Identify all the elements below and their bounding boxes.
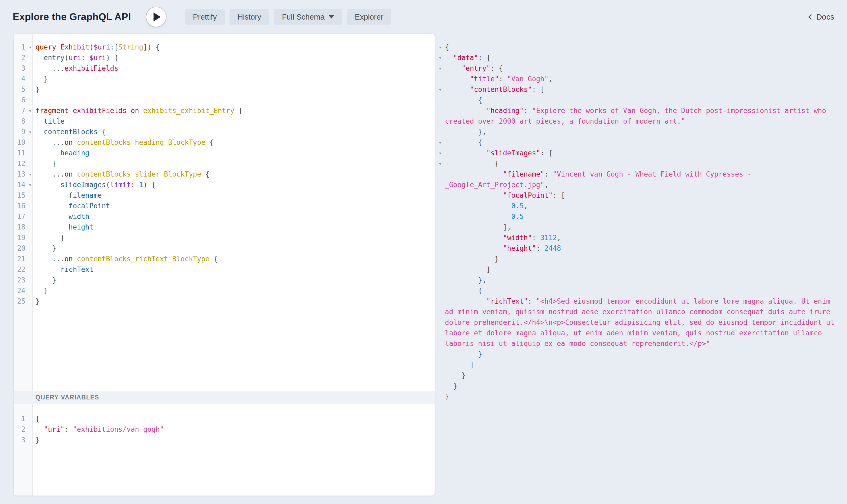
code-line[interactable]: 5}: [14, 84, 435, 95]
query-variables-title: QUERY VARIABLES: [35, 394, 99, 401]
query-variables-header[interactable]: QUERY VARIABLES: [14, 391, 435, 404]
line-number: 5: [14, 84, 28, 95]
code-line[interactable]: 25}: [14, 296, 435, 307]
code-line[interactable]: 3 ...exhibitFields: [14, 63, 435, 74]
code-tokens: {: [445, 42, 449, 52]
code-line[interactable]: 23 }: [14, 275, 435, 285]
fold-gutter: [435, 232, 445, 243]
fold-gutter: [435, 285, 445, 296]
fold-arrow-icon[interactable]: ▾: [28, 42, 33, 52]
fold-gutter: [435, 254, 445, 264]
fold-arrow-icon[interactable]: ▾: [28, 169, 33, 179]
code-line[interactable]: 9▾ contentBlocks {: [14, 127, 435, 137]
code-line[interactable]: 1▾query Exhibit($uri:[String]) {: [14, 42, 435, 52]
fold-gutter: [28, 148, 33, 158]
code-tokens: 0.5: [445, 211, 524, 222]
code-tokens: 0.5,: [445, 201, 528, 211]
result-pane: ▾{▾ "data": {▾ "entry": { "title": "Van …: [435, 42, 837, 402]
fold-gutter: [28, 190, 33, 201]
code-line[interactable]: 20 }: [14, 243, 435, 254]
docs-link[interactable]: Docs: [807, 13, 834, 21]
code-line[interactable]: 2 "uri": "exhibitions/van-gogh": [14, 424, 435, 435]
code-tokens: ]: [445, 264, 490, 275]
fold-arrow-icon[interactable]: ▾: [28, 127, 33, 137]
code-tokens: [33, 95, 35, 105]
code-tokens: {: [33, 413, 40, 424]
code-line[interactable]: 21 ...on contentBlocks_richText_BlockTyp…: [14, 254, 435, 264]
fold-gutter: [28, 52, 33, 63]
code-line[interactable]: 8 title: [14, 116, 435, 127]
code-line[interactable]: 15 filename: [14, 190, 435, 201]
code-tokens: "contentBlocks": [: [445, 84, 544, 95]
prettify-button[interactable]: Prettify: [185, 9, 225, 25]
code-line[interactable]: 11 heading: [14, 148, 435, 158]
fold-arrow-icon[interactable]: ▾: [28, 179, 33, 190]
code-line[interactable]: 10 ...on contentBlocks_heading_BlockType…: [14, 137, 435, 148]
fold-arrow-icon[interactable]: ▾: [435, 52, 445, 63]
code-line: dolore prehenderit.</h4>\n<p>Consectetur…: [435, 317, 837, 328]
code-line: }: [435, 391, 837, 402]
fold-arrow-icon[interactable]: ▾: [435, 148, 445, 158]
line-number: 3: [14, 435, 28, 445]
code-tokens: slideImages(limit: 1) {: [33, 179, 156, 190]
code-tokens: laboris nisi ut aliquip ex ea modo conse…: [445, 338, 710, 349]
fold-arrow-icon[interactable]: ▾: [435, 84, 445, 95]
code-line: }: [435, 254, 837, 264]
topbar: Explore the GraphQL API Prettify History…: [0, 0, 847, 34]
code-line[interactable]: 1{: [14, 413, 435, 424]
code-line[interactable]: 22 richText: [14, 264, 435, 275]
code-line: ▾ {: [435, 137, 837, 148]
code-line[interactable]: 24 }: [14, 285, 435, 296]
line-number: 20: [14, 243, 28, 254]
fold-arrow-icon[interactable]: ▾: [435, 158, 445, 169]
code-tokens: {: [445, 158, 499, 169]
code-tokens: _Google_Art_Project.jpg",: [445, 179, 548, 190]
explorer-button[interactable]: Explorer: [347, 9, 391, 25]
code-line[interactable]: 12 }: [14, 158, 435, 169]
line-number: 13: [14, 169, 28, 179]
fold-gutter: [435, 243, 445, 254]
code-line[interactable]: 3}: [14, 435, 435, 445]
code-line[interactable]: 14▾ slideImages(limit: 1) {: [14, 179, 435, 190]
variables-editor[interactable]: 1{2 "uri": "exhibitions/van-gogh"3}: [14, 404, 435, 496]
full-schema-dropdown[interactable]: Full Schema: [274, 9, 342, 25]
code-tokens: }: [33, 435, 40, 445]
code-line[interactable]: 6: [14, 95, 435, 105]
fold-arrow-icon[interactable]: ▾: [435, 42, 445, 52]
code-tokens: }: [33, 232, 65, 243]
code-line[interactable]: 18 height: [14, 222, 435, 232]
fold-gutter: [28, 435, 33, 445]
code-tokens: contentBlocks {: [33, 127, 106, 137]
fold-arrow-icon[interactable]: ▾: [435, 137, 445, 148]
history-button[interactable]: History: [230, 9, 269, 25]
code-line: {: [435, 285, 837, 296]
code-tokens: "slideImages": [: [445, 148, 553, 158]
code-tokens: ...exhibitFields: [33, 63, 118, 74]
fold-arrow-icon[interactable]: ▾: [435, 63, 445, 74]
code-tokens: entry(uri: $uri) {: [33, 52, 118, 63]
code-line[interactable]: 2 entry(uri: $uri) {: [14, 52, 435, 63]
fold-gutter: [28, 201, 33, 211]
line-number: 6: [14, 95, 28, 105]
query-editor[interactable]: 1▾query Exhibit($uri:[String]) {2 entry(…: [14, 34, 435, 391]
code-line[interactable]: 7▾fragment exhibitFields on exhibits_exh…: [14, 105, 435, 116]
code-line: }: [435, 381, 837, 391]
line-number: 15: [14, 190, 28, 201]
code-line[interactable]: 16 focalPoint: [14, 201, 435, 211]
line-number: 19: [14, 232, 28, 243]
code-line[interactable]: 13▾ ...on contentBlocks_slider_BlockType…: [14, 169, 435, 179]
execute-query-button[interactable]: [146, 7, 166, 27]
code-line: ▾ {: [435, 158, 837, 169]
code-line: "richText": "<h4>Sed eiusmod tempor enco…: [435, 296, 837, 307]
fold-arrow-icon[interactable]: ▾: [28, 105, 33, 116]
code-tokens: "entry": {: [445, 63, 503, 74]
code-tokens: },: [445, 127, 486, 137]
code-line: ▾ "contentBlocks": [: [435, 84, 837, 95]
code-line: 0.5,: [435, 201, 837, 211]
code-line[interactable]: 19 }: [14, 232, 435, 243]
fold-gutter: [28, 243, 33, 254]
code-line: "height": 2448: [435, 243, 837, 254]
code-line[interactable]: 4 }: [14, 74, 435, 84]
code-line[interactable]: 17 width: [14, 211, 435, 222]
fold-gutter: [28, 95, 33, 105]
